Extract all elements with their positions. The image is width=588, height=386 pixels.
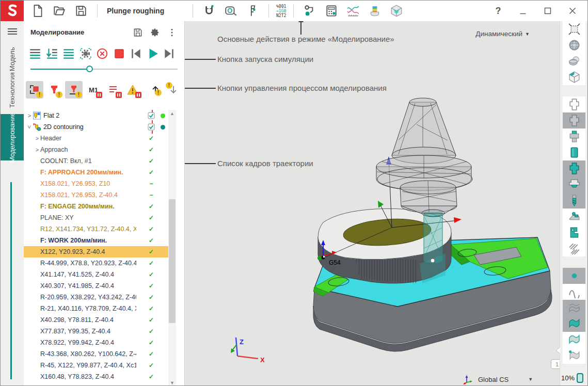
simulation-speed-slider[interactable] (30, 66, 178, 73)
jump-down-button[interactable]: ! (167, 83, 180, 96)
close-icon[interactable] (567, 5, 578, 17)
scroll-down-icon[interactable]: ▼ (168, 379, 176, 386)
tree-row[interactable]: R-43.368, X80.262, Y100.642, Z-4...✓ (24, 348, 168, 360)
maximize-icon[interactable] (542, 5, 553, 17)
chevron-open-icon[interactable]: > (26, 124, 33, 130)
tree-row[interactable]: >Approach✓ (24, 144, 168, 155)
kebab-menu-icon[interactable] (167, 27, 177, 38)
tree-row[interactable]: >2D contouring (24, 121, 168, 133)
frames-all-icon[interactable] (28, 47, 42, 60)
revolve-body-button[interactable] (563, 53, 585, 69)
workpiece-gray-button[interactable] (563, 112, 585, 128)
cancel-icon[interactable] (96, 47, 109, 60)
flag-dot-button[interactable] (563, 348, 585, 364)
chevron-closed-icon[interactable]: > (34, 135, 40, 141)
shaded-sphere-button[interactable] (563, 37, 585, 53)
stop-icon[interactable] (113, 47, 126, 60)
scroll-up-icon[interactable]: ▲ (168, 110, 176, 117)
save-file-icon[interactable] (74, 4, 88, 18)
flag-teal-button[interactable] (563, 316, 585, 332)
curves-graph-icon[interactable] (346, 4, 360, 18)
skip-start-icon[interactable] (129, 47, 142, 60)
magnet-snap-icon[interactable] (202, 4, 216, 18)
point-dot-button[interactable] (563, 268, 585, 284)
tab-model[interactable]: Модель (1, 46, 24, 73)
tree-row[interactable]: PLANE: XY✓ (24, 212, 168, 223)
tree-row[interactable]: X40.307, Y41.985, Z-40.4✓ (24, 280, 168, 292)
coordinate-system-bar[interactable]: Global CS ▼ (463, 374, 533, 384)
tree-row[interactable]: COOLNT: Вкл, #1✓ (24, 155, 168, 167)
tree-row[interactable]: X122, Y20.923, Z-40.4✓ (24, 246, 168, 258)
gcode-status-badge[interactable]: %001→1G0N2T2 (276, 4, 286, 18)
cube-3d-icon[interactable] (390, 4, 403, 18)
save-icon[interactable] (133, 27, 143, 38)
skip-end-icon[interactable] (163, 47, 176, 60)
fixture-button[interactable] (563, 208, 585, 224)
workpiece-teal-button[interactable] (563, 160, 585, 176)
tab-technology[interactable]: Технология (1, 73, 24, 108)
tree-row[interactable]: F: ENGAGE 200мм/мин.✓ (24, 201, 168, 212)
tree-row[interactable]: X158.021, Y26.953, Z10− (24, 178, 168, 189)
stop-on-warning-button[interactable] (124, 81, 141, 99)
stop-on-holder-collision-button[interactable]: ! (65, 81, 83, 99)
workpiece-teal-top-button[interactable] (563, 128, 585, 144)
tree-row[interactable]: F: APPROACH 200мм/мин.✓ (24, 167, 168, 178)
stop-on-m1-button[interactable]: M1 (85, 81, 102, 99)
tree-row[interactable]: X41.147, Y41.525, Z-40.4✓ (24, 269, 168, 280)
tree-row[interactable]: R-44.999, X78.8, Y20.923, Z-40.4, ...✓ (24, 258, 168, 269)
minimize-icon[interactable] (517, 5, 529, 17)
tree-scrollbar[interactable]: ▲ ▼ (168, 110, 176, 386)
fit-view-button[interactable] (563, 21, 585, 37)
curve-wave-button[interactable] (563, 284, 585, 300)
node-link-icon[interactable] (303, 4, 316, 18)
iso-cube-button[interactable] (563, 69, 585, 85)
workpiece-stepped-button[interactable] (563, 176, 585, 192)
machine-button[interactable] (563, 224, 585, 240)
stop-on-list-button[interactable] (104, 81, 122, 99)
workpiece-cylinder-button[interactable] (563, 144, 585, 160)
help-icon[interactable]: ? (492, 5, 504, 17)
tree-row[interactable]: X40.298, Y78.811, Z-40.4✓ (24, 314, 168, 326)
app-logo[interactable] (1, 1, 24, 21)
3d-scene[interactable]: G54 Z X (185, 21, 561, 385)
3d-viewport[interactable]: G54 Z X Основные действия в режиме «Моде… (185, 21, 561, 385)
tree-row[interactable]: X158.021, Y26.953, Z-40.4− (24, 189, 168, 201)
chevron-closed-icon[interactable]: > (26, 112, 33, 119)
layers-stack-icon[interactable] (368, 4, 382, 18)
hamburger-menu-icon[interactable] (1, 21, 24, 42)
new-file-icon[interactable] (31, 4, 44, 18)
stop-on-limit-button[interactable]: ! (26, 81, 43, 99)
collapse-sidebar-icon[interactable] (557, 347, 560, 353)
tape-measure-icon[interactable] (224, 4, 237, 18)
tree-row[interactable]: R12, X141.734, Y31.72, Z-40.4, Xc...✓ (24, 223, 168, 235)
settings-gear-icon[interactable] (150, 27, 160, 38)
jump-up-button[interactable]: ! (149, 83, 162, 96)
surface-waves-button[interactable] (563, 300, 585, 316)
caliper-icon[interactable] (246, 4, 259, 18)
frames-step-icon[interactable] (45, 47, 59, 60)
enabled-checkbox[interactable] (148, 112, 155, 119)
flag-duo-button[interactable] (563, 332, 585, 348)
workpiece-outline-button[interactable] (563, 96, 585, 112)
open-folder-icon[interactable] (53, 4, 66, 18)
enabled-checkbox[interactable] (148, 123, 155, 131)
tree-row[interactable]: F: WORK 200мм/мин.✓ (24, 235, 168, 246)
tree-row[interactable]: X77.837, Y99.35, Z-40.4✓ (24, 326, 168, 337)
tree-row[interactable]: X160.48, Y78.823, Z-40.4✓ (24, 371, 168, 382)
tree-row[interactable]: X78.922, Y99.942, Z-40.4✓ (24, 337, 168, 348)
toolpath-hatch-button[interactable] (563, 240, 585, 256)
calculator-icon[interactable] (325, 4, 338, 18)
tree-row[interactable]: R-45, X122, Y99.877, Z-40.4, Xc10...✓ (24, 360, 168, 371)
scrollbar-thumb[interactable] (169, 199, 176, 323)
chevron-closed-icon[interactable]: > (34, 147, 40, 153)
slider-knob[interactable] (86, 66, 93, 72)
tree-row[interactable]: >Header✓ (24, 133, 168, 144)
tree-row[interactable]: R-21, X40.116, Y78.709, Z-40.4, X...✓ (24, 303, 168, 314)
tree-row[interactable]: >Flat 2 (24, 110, 168, 121)
view-mode-dropdown[interactable]: Динамический ▼ (475, 30, 530, 38)
tool-drill-button[interactable] (563, 192, 585, 208)
tree-row[interactable]: R-20.959, X38.292, Y43.242, Z-40....✓ (24, 292, 168, 303)
play-icon[interactable] (146, 47, 160, 60)
zoom-indicator[interactable]: 10% (561, 373, 583, 383)
frames-list-icon[interactable] (62, 47, 75, 60)
